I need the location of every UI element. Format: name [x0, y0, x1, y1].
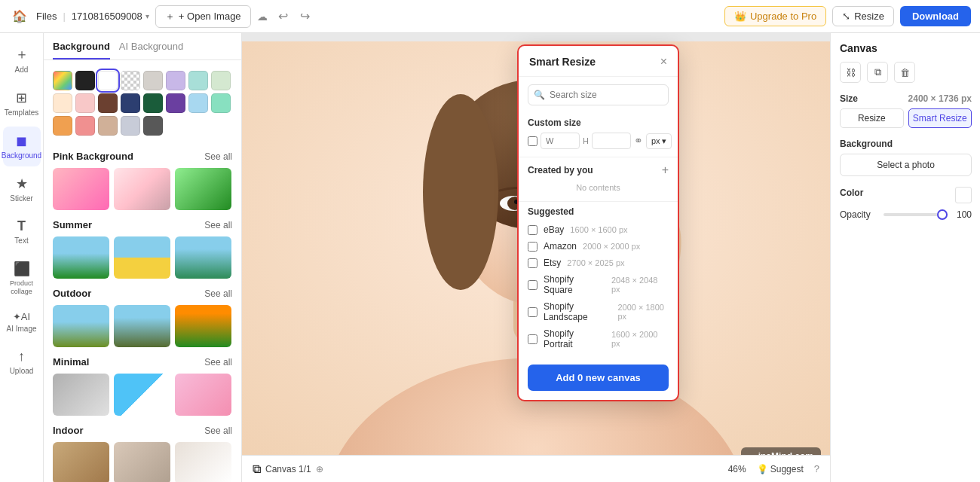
color-swatch[interactable] [166, 71, 185, 90]
bg-thumb[interactable] [175, 442, 231, 482]
sidebar-item-add[interactable]: ＋ Add [3, 39, 41, 81]
see-all-outdoor[interactable]: See all [204, 288, 232, 299]
bg-thumb[interactable] [114, 374, 170, 416]
shopify-portrait-checkbox[interactable] [528, 334, 537, 344]
bg-thumb[interactable] [175, 236, 231, 279]
suggested-item-name: Shopify Portrait [544, 328, 605, 349]
bg-thumb[interactable] [53, 168, 109, 210]
smart-resize-sm-button[interactable]: Smart Resize [908, 108, 972, 128]
collapse-icon[interactable]: ⊕ [316, 464, 323, 474]
see-all-indoor[interactable]: See all [204, 426, 232, 436]
amazon-checkbox[interactable] [528, 242, 537, 252]
color-swatch[interactable] [75, 116, 95, 136]
bg-grid [53, 442, 232, 482]
see-all-minimal[interactable]: See all [204, 357, 232, 368]
bg-thumb[interactable] [53, 442, 109, 482]
minimal-section: Minimal See all [44, 352, 241, 420]
bg-thumb[interactable] [53, 374, 109, 416]
color-swatch[interactable] [121, 93, 140, 113]
bg-thumb[interactable] [53, 236, 109, 279]
color-swatch[interactable] [121, 116, 140, 136]
home-icon[interactable]: 🏠 [9, 6, 30, 27]
custom-size-checkbox[interactable] [528, 136, 537, 146]
opacity-slider[interactable] [884, 213, 948, 216]
bg-thumb[interactable] [114, 442, 170, 482]
see-all-summer[interactable]: See all [204, 220, 232, 230]
canvas-copy-icon-btn[interactable]: ⧉ [867, 62, 888, 83]
select-photo-button[interactable]: Select a photo [840, 154, 972, 176]
sidebar-item-text[interactable]: T Text [3, 212, 41, 252]
download-button[interactable]: Download [900, 6, 971, 26]
color-swatch[interactable] [53, 93, 72, 113]
add-canvas-button[interactable]: Add 0 new canvas [528, 365, 669, 391]
color-swatch[interactable] [143, 71, 163, 90]
canvas-link-icon-btn[interactable]: ⛓ [840, 62, 861, 83]
resize-button[interactable]: ⤡ Resize [832, 6, 894, 26]
color-swatch[interactable] [211, 93, 231, 113]
redo-button[interactable]: ↪ [296, 6, 314, 26]
see-all-pink[interactable]: See all [204, 151, 232, 162]
sidebar-item-upload[interactable]: ↑ Upload [3, 343, 41, 382]
bg-thumb[interactable] [114, 236, 170, 279]
bg-thumb[interactable] [114, 305, 170, 347]
height-input[interactable] [592, 133, 631, 149]
unit-select[interactable]: px ▾ [646, 133, 672, 149]
chevron-down-icon: ▾ [662, 136, 666, 146]
shopify-landscape-checkbox[interactable] [528, 307, 537, 317]
section-title: Outdoor [53, 288, 91, 299]
tab-ai-background[interactable]: AI Background [119, 41, 183, 59]
color-swatch[interactable] [53, 71, 72, 90]
color-swatch[interactable] [98, 71, 118, 90]
color-swatch[interactable] [53, 116, 72, 136]
bg-thumb[interactable] [175, 168, 231, 210]
add-canvas-icon[interactable]: + [662, 163, 669, 177]
sidebar-item-ai-image[interactable]: ✦AI AI Image [3, 305, 41, 340]
color-swatch[interactable] [98, 116, 118, 136]
color-swatch[interactable] [75, 71, 95, 90]
open-image-button[interactable]: ＋ + Open Image [155, 5, 251, 28]
help-button[interactable]: ? [814, 463, 819, 474]
color-swatch[interactable] [188, 71, 208, 90]
sidebar-item-background[interactable]: ◼ Background [3, 127, 41, 166]
summer-section: Summer See all [44, 215, 241, 283]
link-icon[interactable]: ⚭ [634, 135, 643, 147]
upgrade-button[interactable]: 👑 Upgrade to Pro [724, 6, 826, 26]
sidebar-item-templates[interactable]: ⊞ Templates [3, 84, 41, 124]
color-swatch[interactable] [166, 93, 185, 113]
color-picker[interactable] [955, 187, 972, 203]
color-swatch[interactable] [143, 93, 163, 113]
custom-size-row: H ⚭ px ▾ [528, 133, 669, 149]
shopify-square-checkbox[interactable] [528, 280, 537, 290]
sidebar-item-sticker[interactable]: ★ Sticker [3, 169, 41, 209]
search-size-input[interactable] [528, 84, 669, 105]
color-swatch[interactable] [121, 71, 140, 90]
dialog-close-button[interactable]: × [660, 55, 667, 69]
sidebar-item-product-collage[interactable]: ⬛ Product collage [3, 255, 41, 302]
bg-thumb[interactable] [175, 305, 231, 347]
canvas-delete-icon-btn[interactable]: 🗑 [894, 62, 915, 83]
color-swatch[interactable] [211, 71, 231, 90]
dialog-title: Smart Resize [529, 56, 596, 68]
left-panel: Background AI Background [44, 33, 242, 482]
color-swatch[interactable] [75, 93, 95, 113]
sidebar-item-label: AI Image [6, 325, 36, 334]
bg-thumb[interactable] [175, 374, 231, 416]
tab-background[interactable]: Background [53, 41, 110, 59]
color-swatch[interactable] [188, 93, 208, 113]
etsy-checkbox[interactable] [528, 258, 537, 268]
suggest-icon: 💡 [757, 464, 768, 474]
bg-thumb[interactable] [53, 305, 109, 347]
resize-sm-button[interactable]: Resize [840, 108, 904, 128]
color-swatch[interactable] [98, 93, 118, 113]
color-grid [53, 71, 232, 136]
width-input[interactable] [541, 133, 580, 149]
cloud-icon[interactable]: ☁ [257, 11, 268, 23]
ebay-checkbox[interactable] [528, 225, 537, 235]
bg-thumb[interactable] [114, 168, 170, 210]
created-header: Created by you + [528, 163, 669, 177]
undo-button[interactable]: ↩ [274, 6, 292, 26]
section-header: Summer See all [53, 219, 232, 230]
color-swatch[interactable] [143, 116, 163, 136]
suggest-button[interactable]: 💡 Suggest [757, 464, 804, 474]
file-id[interactable]: 1710816509008 ▾ [72, 11, 149, 22]
